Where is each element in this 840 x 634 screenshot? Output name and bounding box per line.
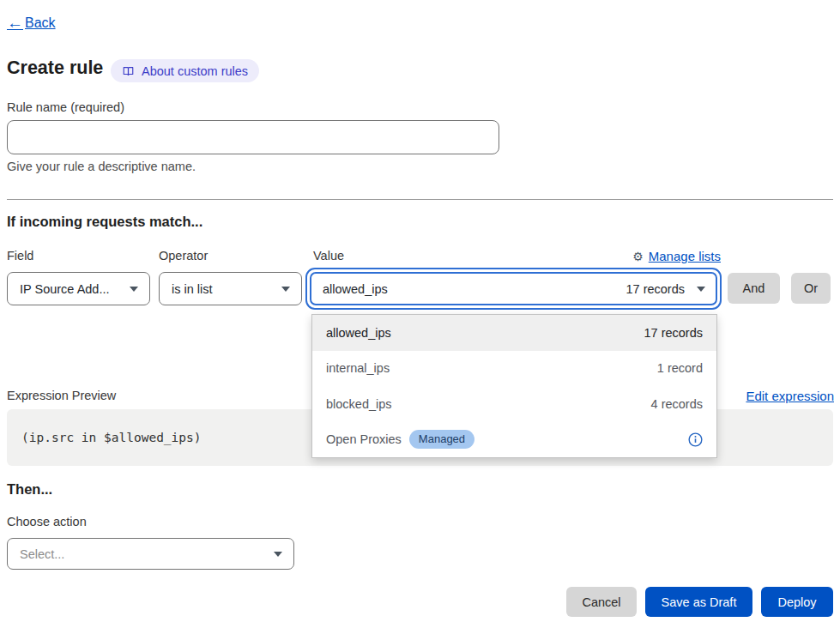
save-as-draft-button[interactable]: Save as Draft [645,587,752,617]
page-title: Create rule [7,57,103,79]
gear-icon: ⚙ [632,251,644,263]
match-section-heading: If incoming requests match... [7,214,202,230]
rule-name-input[interactable] [7,120,499,154]
action-select[interactable]: Select... [7,538,294,570]
field-select-value: IP Source Add... [20,282,110,296]
expression-code: (ip.src in $allowed_ips) [21,431,202,444]
field-select[interactable]: IP Source Add... [7,272,150,305]
list-option-allowed-ips[interactable]: allowed_ips 17 records [312,315,716,351]
expression-preview-label: Expression Preview [7,389,116,402]
list-dropdown-menu: allowed_ips 17 records internal_ips 1 re… [311,314,717,458]
list-option-meta: 17 records [644,326,703,340]
list-option-name: internal_ips [326,361,390,375]
or-button[interactable]: Or [791,273,831,304]
value-combobox[interactable]: allowed_ips 17 records [305,268,722,310]
list-option-name: allowed_ips [326,326,391,340]
deploy-button[interactable]: Deploy [761,587,833,617]
about-custom-rules-label: About custom rules [142,64,248,78]
manage-lists-link[interactable]: ⚙ Manage lists [632,249,721,263]
choose-action-label: Choose action [7,515,87,528]
edit-expression-link[interactable]: Edit expression [746,389,834,403]
list-option-name: Open Proxies [326,432,402,446]
field-label: Field [7,249,33,263]
rule-name-helper: Give your rule a descriptive name. [7,160,196,173]
value-selected: allowed_ips [323,282,617,296]
chevron-down-icon [281,287,290,292]
back-link[interactable]: ←Back [7,15,56,31]
about-custom-rules-badge[interactable]: About custom rules [111,59,259,82]
chevron-down-icon [130,287,138,292]
value-label: Value [313,249,344,263]
info-icon[interactable] [688,432,703,447]
back-arrow-icon: ← [7,15,23,31]
operator-label: Operator [159,249,208,263]
chevron-down-icon [697,287,705,292]
rule-name-label: Rule name (required) [7,100,124,114]
list-option-internal-ips[interactable]: internal_ips 1 record [312,351,716,387]
list-option-name: blocked_ips [326,397,392,411]
then-section-heading: Then... [7,481,52,498]
operator-select-value: is in list [172,282,213,296]
cancel-button[interactable]: Cancel [566,587,637,617]
book-icon [122,65,135,77]
action-select-placeholder: Select... [20,547,64,561]
back-label: Back [25,15,56,31]
list-option-blocked-ips[interactable]: blocked_ips 4 records [312,386,716,422]
and-button[interactable]: And [728,273,780,304]
list-option-open-proxies[interactable]: Open Proxies Managed [312,422,716,458]
section-divider [7,199,833,200]
manage-lists-label: Manage lists [649,249,721,263]
operator-select[interactable]: is in list [159,272,302,305]
chevron-down-icon [274,552,282,557]
list-option-meta: 1 record [657,361,703,375]
list-option-meta: 4 records [651,397,703,411]
managed-badge: Managed [409,430,474,449]
value-selected-meta: 17 records [625,282,685,296]
